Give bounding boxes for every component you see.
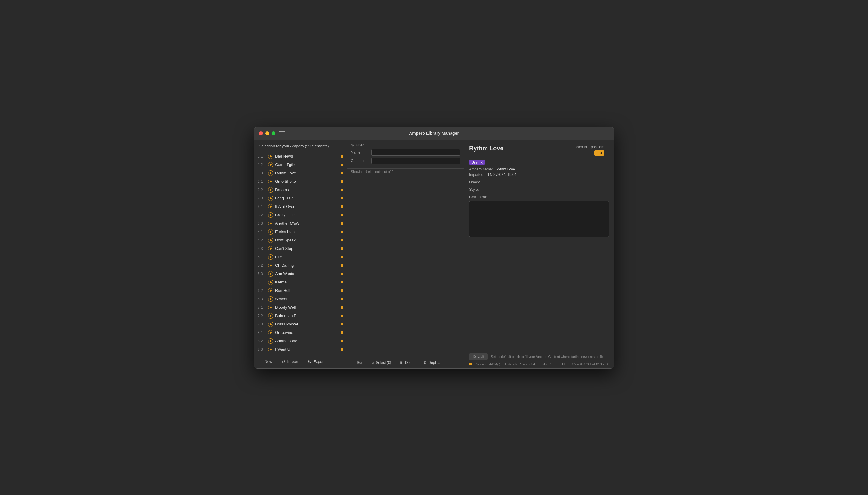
sidebar-item-num: 1.2 — [258, 163, 266, 167]
sidebar-header: Selection for your Ampero (99 elements) — [254, 140, 347, 151]
sidebar-item[interactable]: 7.1 Bloody Well — [254, 303, 347, 312]
import-icon: ↺ — [282, 359, 285, 364]
sidebar-item-name: Dont Speak — [275, 238, 339, 242]
minimize-button[interactable] — [265, 132, 269, 135]
position-badge: 1.3 — [594, 150, 604, 156]
sidebar-item[interactable]: 7.2 Bohemian R — [254, 312, 347, 320]
sidebar-item-num: 2.2 — [258, 188, 266, 192]
fullscreen-button[interactable] — [272, 132, 275, 135]
sidebar-item-num: 7.1 — [258, 305, 266, 310]
sidebar-toggle-icon[interactable] — [279, 131, 285, 135]
sidebar-item-num: 4.2 — [258, 238, 266, 242]
sidebar-item-name: Another M'sW — [275, 221, 339, 226]
main-content: Selection for your Ampero (99 elements) … — [254, 140, 614, 369]
sidebar-item-dot — [341, 172, 343, 174]
sidebar-item-num: 1.3 — [258, 171, 266, 175]
sidebar-item-num: 7.2 — [258, 314, 266, 318]
sidebar-item-num: 4.1 — [258, 230, 266, 234]
close-button[interactable] — [259, 132, 263, 135]
sidebar-item-dot — [341, 231, 343, 233]
sidebar-play-icon — [268, 195, 273, 201]
comment-box[interactable] — [469, 201, 609, 237]
sort-button[interactable]: ↑ Sort — [351, 359, 366, 366]
default-row: Default Set as default patch to fill you… — [469, 353, 609, 360]
sidebar-item-dot — [341, 248, 343, 250]
sidebar-item-name: Can't Stop — [275, 246, 339, 251]
sidebar-item[interactable]: 5.2 Oh Darling — [254, 261, 347, 270]
sidebar-item[interactable]: 6.1 Karma — [254, 278, 347, 287]
sidebar-item[interactable]: 5.1 Fire — [254, 253, 347, 261]
sidebar-item[interactable]: 1.2 Come Tgther — [254, 160, 347, 169]
sidebar-item-name: Rythm Love — [275, 171, 339, 175]
sidebar-play-icon — [268, 330, 273, 336]
sidebar-item-name: Grapevine — [275, 330, 339, 335]
sidebar-play-icon — [268, 279, 273, 285]
sidebar-item[interactable]: 8.3 I Want U — [254, 345, 347, 354]
sidebar-play-icon — [268, 296, 273, 302]
filter-icon-row: ⊙ Filter — [351, 143, 460, 147]
filter-comment-row: Comment — [351, 157, 460, 164]
sidebar-item-dot — [341, 214, 343, 216]
sidebar-item-name: Eteins Lum — [275, 229, 339, 234]
sidebar-item-num: 6.3 — [258, 297, 266, 301]
sidebar-item-name: Bohemian R — [275, 313, 339, 318]
detail-title: Rythm Love — [469, 145, 503, 152]
style-label: Style: — [469, 187, 486, 192]
new-button[interactable]: □ New — [258, 358, 275, 365]
sidebar-item[interactable]: 3.2 Crazy Little — [254, 211, 347, 219]
sidebar-item[interactable]: 4.1 Eteins Lum — [254, 228, 347, 236]
sidebar-item-num: 8.3 — [258, 347, 266, 352]
sidebar-item[interactable]: 5.3 Ann Wants — [254, 270, 347, 278]
delete-icon: 🗑 — [400, 361, 403, 365]
title-bar: Ampero Library Manager — [254, 127, 614, 140]
sidebar-play-icon — [268, 246, 273, 251]
sidebar-item[interactable]: 3.1 It Aint Over — [254, 203, 347, 211]
middle-footer: ↑ Sort ○ Select (0) 🗑 Delete ⧉ Duplicate — [347, 357, 464, 369]
sidebar-item[interactable]: 6.2 Run Hell — [254, 287, 347, 295]
filter-icon: ⊙ — [351, 143, 354, 147]
sidebar-item[interactable]: 8.1 Grapevine — [254, 328, 347, 337]
sidebar-list: 1.1 Bad News 1.2 Come Tgther 1.3 Rythm L… — [254, 151, 347, 355]
sidebar-item[interactable]: 4.3 Can't Stop — [254, 244, 347, 253]
sidebar-item-dot — [341, 331, 343, 334]
sidebar-play-icon — [268, 271, 273, 277]
select-button[interactable]: ○ Select (0) — [370, 359, 394, 366]
ampero-name-row: Ampero name: Rythm Love — [469, 167, 609, 171]
sidebar-play-icon — [268, 212, 273, 218]
name-filter-input[interactable] — [371, 149, 460, 156]
detail-header: Rythm Love Used in 1 position: 1.3 — [464, 140, 614, 155]
sidebar-item[interactable]: 6.3 School — [254, 295, 347, 303]
sidebar-item-dot — [341, 197, 343, 200]
sidebar-item-name: Long Train — [275, 196, 339, 200]
sidebar-item[interactable]: 4.2 Dont Speak — [254, 236, 347, 244]
import-button[interactable]: ↺ Import — [279, 358, 301, 365]
export-button[interactable]: ↻ Export — [306, 358, 327, 365]
sidebar-item-dot — [341, 264, 343, 267]
sidebar-item[interactable]: 8.2 Another One — [254, 337, 347, 345]
duplicate-button[interactable]: ⧉ Duplicate — [421, 359, 446, 366]
sidebar-item[interactable]: 3.3 Another M'sW — [254, 219, 347, 228]
meta-dot — [469, 363, 472, 365]
sidebar-play-icon — [268, 288, 273, 293]
delete-button[interactable]: 🗑 Delete — [397, 359, 418, 366]
sidebar-item[interactable]: 2.1 Gme Shelter — [254, 177, 347, 186]
sidebar-item[interactable]: 1.3 Rythm Love — [254, 169, 347, 177]
sidebar-item[interactable]: 1.1 Bad News — [254, 152, 347, 160]
sidebar-item-name: Dreams — [275, 188, 339, 192]
detail-footer: Default Set as default patch to fill you… — [464, 351, 614, 369]
sidebar-item[interactable]: 7.3 Brass Pocket — [254, 320, 347, 328]
sidebar-item-num: 3.3 — [258, 221, 266, 226]
sidebar-item-dot — [341, 205, 343, 208]
sidebar-item-dot — [341, 348, 343, 351]
sidebar-item-name: It Aint Over — [275, 204, 339, 209]
comment-filter-input[interactable] — [371, 157, 460, 164]
sidebar-play-icon — [268, 187, 273, 193]
sidebar-item[interactable]: 2.2 Dreams — [254, 186, 347, 194]
sidebar-item[interactable]: 2.3 Long Train — [254, 194, 347, 203]
comment-section: Comment: — [469, 195, 609, 237]
sidebar-item-dot — [341, 222, 343, 225]
default-button[interactable]: Default — [469, 353, 488, 360]
sidebar-item-num: 7.3 — [258, 322, 266, 326]
showing-text: Showing: 9 elements out of 9 — [347, 169, 464, 175]
sidebar-item-name: Karma — [275, 280, 339, 285]
